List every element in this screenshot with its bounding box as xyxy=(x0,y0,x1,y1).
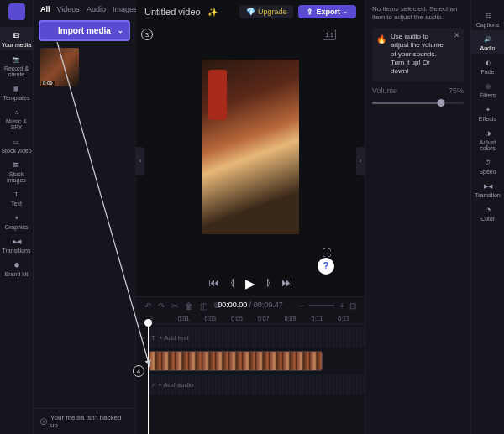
rail-text[interactable]: TText xyxy=(0,186,33,209)
app-logo[interactable] xyxy=(8,3,25,20)
rail-transitions[interactable]: ▶◀Transitions xyxy=(0,233,33,256)
audio-icon: 🔊 xyxy=(482,33,494,44)
adjust-colors-icon: ◑ xyxy=(482,127,494,139)
graphics-icon: ✶ xyxy=(11,212,23,223)
transitions-icon: ▶◀ xyxy=(11,235,23,247)
import-media-button[interactable]: Import media ⌄ xyxy=(39,20,130,41)
transport-controls: ⏮ ⦉ ▶ ⦊ ⏭ xyxy=(136,269,365,296)
rail-music-sfx[interactable]: ♫Music & SFX xyxy=(0,103,33,133)
transition-icon: ▶◀ xyxy=(482,180,494,191)
redo-button[interactable]: ↷ xyxy=(158,301,165,311)
effects-icon: ✦ xyxy=(482,103,494,115)
media-panel: All Videos Audio Images Import media ⌄ ⓘ… xyxy=(34,0,136,434)
tab-all[interactable]: All xyxy=(40,5,50,13)
tab-audio[interactable]: Audio xyxy=(87,5,106,13)
playhead[interactable] xyxy=(148,324,149,434)
fullscreen-button[interactable]: ⛶ xyxy=(322,248,331,258)
aspect-ratio-button[interactable]: 1:1 xyxy=(323,29,336,40)
zoom-fit-button[interactable]: ⊡ xyxy=(349,301,356,311)
rrail-captions[interactable]: ☷Captions xyxy=(471,7,504,30)
backup-warning[interactable]: ⓘ Your media isn't backed up xyxy=(34,408,135,434)
skip-back-button[interactable]: ⏮ xyxy=(208,276,219,291)
zoom-in-button[interactable]: + xyxy=(339,301,344,311)
rrail-filters[interactable]: ◎Filters xyxy=(471,77,504,101)
right-rail: ☷Captions🔊Audio◐Fade◎Filters✦Effects◑Adj… xyxy=(470,0,504,434)
chevron-down-icon: ⌄ xyxy=(118,27,123,34)
rrail-transition[interactable]: ▶◀Transition xyxy=(471,177,504,201)
color-icon: ◔ xyxy=(482,203,494,215)
cut-button[interactable]: ✂ xyxy=(171,301,178,311)
volume-value: 75% xyxy=(449,86,464,95)
brand-kit-icon: ⬢ xyxy=(11,259,23,270)
volume-row: Volume 75% xyxy=(372,86,464,95)
step-3-marker: 3 xyxy=(141,29,153,40)
timecode: 00:00.00 / 00:09.47 xyxy=(218,301,283,309)
topbar: Untitled video ✨ 💎Upgrade ⇪Export⌄ xyxy=(136,0,365,24)
time-ruler[interactable]: |0:010:030:050:070:090:110:13 xyxy=(136,314,365,324)
media-tabs: All Videos Audio Images xyxy=(34,0,135,18)
video-preview[interactable] xyxy=(202,60,299,234)
help-button[interactable]: ? xyxy=(318,258,334,275)
close-tip-button[interactable]: ✕ xyxy=(454,31,460,41)
preview-area: 3 1:1 ‹ › ⛶ ? xyxy=(136,24,365,269)
video-track[interactable] xyxy=(148,351,365,371)
music-sfx-icon: ♫ xyxy=(11,106,23,118)
timeline-toolbar: ↶ ↷ ✂ 🗑 ◫ ⧉ 00:00.00 / 00:09.47 − + ⊡ xyxy=(136,297,365,314)
info-icon: ⓘ xyxy=(40,417,47,426)
collapse-left-button[interactable]: ‹ xyxy=(136,147,144,175)
rail-stock-images[interactable]: 🖼Stock images xyxy=(0,156,33,186)
frame-forward-button[interactable]: ⦊ xyxy=(265,276,271,291)
audio-track[interactable]: ♪+ Add audio xyxy=(148,374,365,395)
captions-icon: ☷ xyxy=(482,9,494,21)
play-button[interactable]: ▶ xyxy=(245,276,255,291)
tab-videos[interactable]: Videos xyxy=(57,5,80,13)
timeline: 4 ↶ ↷ ✂ 🗑 ◫ ⧉ 00:00.00 / 00:09.47 − + ⊡ … xyxy=(136,296,365,434)
audio-tip: Use audio to adjust the volume of your s… xyxy=(372,28,464,81)
fade-icon: ◐ xyxy=(482,56,494,68)
project-title[interactable]: Untitled video xyxy=(144,7,201,17)
tracks: T+ Add text ♪+ Add audio xyxy=(136,324,365,434)
upgrade-button[interactable]: 💎Upgrade xyxy=(239,5,294,18)
rail-templates[interactable]: ▦Templates xyxy=(0,80,33,103)
stock-video-icon: ▭ xyxy=(11,135,23,147)
rail-record-create[interactable]: 📷Record & create xyxy=(0,50,33,80)
rail-brand-kit[interactable]: ⬢Brand kit xyxy=(0,256,33,280)
filters-icon: ◎ xyxy=(482,80,494,92)
zoom-slider[interactable] xyxy=(309,305,334,306)
delete-button[interactable]: 🗑 xyxy=(185,301,193,311)
split-button[interactable]: ◫ xyxy=(200,301,207,311)
collapse-right-button[interactable]: › xyxy=(356,147,365,175)
templates-icon: ▦ xyxy=(11,82,23,94)
record-create-icon: 📷 xyxy=(11,53,23,65)
undo-button[interactable]: ↶ xyxy=(144,301,151,311)
tab-images[interactable]: Images xyxy=(113,5,138,13)
export-button[interactable]: ⇪Export⌄ xyxy=(298,5,356,18)
rrail-audio[interactable]: 🔊Audio xyxy=(471,30,504,54)
speed-icon: ⏱ xyxy=(482,156,494,168)
volume-slider[interactable] xyxy=(372,102,464,104)
media-thumbnail[interactable] xyxy=(40,48,79,86)
skip-forward-button[interactable]: ⏭ xyxy=(281,276,292,291)
stock-images-icon: 🖼 xyxy=(11,159,23,170)
your-media-icon: 🎞 xyxy=(11,29,23,41)
rrail-effects[interactable]: ✦Effects xyxy=(471,101,504,124)
rrail-color[interactable]: ◔Color xyxy=(471,201,504,224)
rail-stock-video[interactable]: ▭Stock video xyxy=(0,133,33,156)
magic-icon[interactable]: ✨ xyxy=(207,8,218,17)
rrail-adjust-colors[interactable]: ◑Adjust colors xyxy=(471,124,504,154)
center-area: Untitled video ✨ 💎Upgrade ⇪Export⌄ 3 1:1… xyxy=(136,0,365,434)
text-track[interactable]: T+ Add text xyxy=(148,327,365,348)
rrail-speed[interactable]: ⏱Speed xyxy=(471,154,504,177)
zoom-out-button[interactable]: − xyxy=(299,301,304,311)
text-icon: T xyxy=(11,188,23,200)
no-selection-message: No items selected. Select an item to adj… xyxy=(372,5,464,23)
properties-panel: No items selected. Select an item to adj… xyxy=(365,0,470,434)
rrail-fade[interactable]: ◐Fade xyxy=(471,54,504,77)
left-rail: 🎞Your media📷Record & create▦Templates♫Mu… xyxy=(0,0,34,434)
frame-back-button[interactable]: ⦉ xyxy=(229,276,235,291)
rail-graphics[interactable]: ✶Graphics xyxy=(0,209,33,233)
volume-label: Volume xyxy=(372,86,397,95)
rail-your-media[interactable]: 🎞Your media xyxy=(0,27,33,50)
video-clip[interactable] xyxy=(148,351,323,371)
